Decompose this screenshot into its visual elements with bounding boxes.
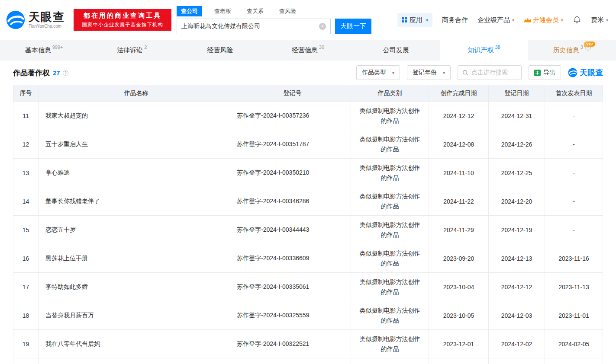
table-cell: 苏作登字-2024-I-00351787 (234, 130, 351, 159)
column-header: 作品名称 (39, 85, 234, 102)
table-cell: 黑莲花上位手册 (39, 244, 234, 273)
apps-grid-icon (402, 17, 407, 22)
table-cell: 2024-12-12 (489, 273, 545, 301)
table-cell: - (545, 102, 603, 130)
table-cell: 2024-12-12 (429, 102, 489, 130)
chevron-down-icon: ▾ (606, 18, 608, 22)
table-cell: 类似摄制电影方法创作的作品 (351, 244, 429, 273)
menu-business-cooperation[interactable]: 商务合作 (442, 16, 468, 24)
nav-tab[interactable]: 公司发展 (352, 40, 440, 61)
nav-tab[interactable]: 基本信息999+ (0, 40, 88, 61)
excel-export-icon (534, 70, 541, 76)
table-cell: 苏作登字-2024-I-00350210 (234, 159, 351, 187)
clear-icon[interactable]: × (319, 23, 326, 30)
table-cell: 2024-12-25 (489, 159, 545, 187)
table-cell: 恋恋五十岁 (39, 216, 234, 244)
table-row: 15恋恋五十岁苏作登字-2024-I-00344443类似摄制电影方法创作的作品… (13, 216, 603, 244)
nav-tab[interactable]: 知识产权38 (440, 40, 528, 61)
table-cell: 苏作登字-2024-I-00357236 (234, 102, 351, 130)
tianyancha-watermark: 天眼查 (568, 67, 603, 78)
nav-tab-badge: 3 (581, 45, 583, 50)
table-cell: 2023-11-13 (545, 273, 603, 301)
table-search-input[interactable]: 点击进行搜索 (458, 65, 522, 80)
top-header: 天眼查 TianYanCha.com 都在用的商业查询工具 国家中小企业发展子基… (0, 0, 616, 40)
promo-banner: 都在用的商业查询工具 国家中小企业发展子基金旗下机构 (74, 9, 171, 31)
table-cell: 2024-12-02 (489, 330, 545, 358)
table-cell: 苏作登字-2024-I-00344443 (234, 216, 351, 244)
table-cell: - (545, 187, 603, 216)
table-cell: 2024-11-10 (429, 159, 489, 187)
table-cell: 五十岁重启人生 (39, 130, 234, 159)
section-count: 27 (53, 69, 60, 77)
tianyancha-logo[interactable]: 天眼查 TianYanCha.com (6, 10, 74, 29)
menu-enterprise-products[interactable]: 企业级产品 ▾ (477, 16, 514, 24)
nav-tab-label: 基本信息 (25, 46, 51, 54)
search-tabs: 查公司查老板查关系查风险 (177, 6, 371, 16)
table-controls: 作品类型 ▾ 登记年份 ▾ 点击进行搜索 导出 (356, 65, 603, 80)
chevron-down-icon: ▾ (426, 18, 428, 22)
help-icon[interactable]: ? (63, 70, 68, 76)
tianyancha-logo-icon (6, 10, 25, 29)
nav-tab[interactable]: 法律诉讼2 (88, 40, 176, 61)
nav-tab[interactable]: 经营风险 (176, 40, 264, 61)
filter-work-type[interactable]: 作品类型 ▾ (356, 65, 400, 80)
column-header: 首次发表日期 (545, 85, 603, 102)
company-search-input[interactable] (181, 23, 319, 30)
chevron-down-icon: ▾ (443, 70, 445, 75)
table-cell: 16 (13, 244, 39, 273)
apps-menu-button[interactable]: 应用 ▾ (397, 13, 432, 27)
search-tab[interactable]: 查关系 (243, 6, 267, 16)
table-cell: 2024-12-03 (489, 301, 545, 330)
nav-tabs: 基本信息999+法律诉讼2经营风险经营信息30公司发展知识产权38历史信息3?V… (0, 40, 616, 61)
search-button[interactable]: 天眼一下 (335, 19, 371, 34)
vip-badge: VIP (584, 42, 595, 47)
table-cell: - (545, 130, 603, 159)
chevron-down-icon: ▾ (392, 70, 394, 75)
table-cell: 2024-12-13 (489, 244, 545, 273)
nav-tab-label: 经营风险 (207, 46, 233, 54)
table-cell: 2024-11-29 (429, 216, 489, 244)
table-cell: 类似摄制电影方法创作的作品 (351, 216, 429, 244)
nav-tab[interactable]: 经营信息30 (264, 40, 352, 61)
table-cell: 19 (13, 330, 39, 358)
apps-menu-label: 应用 (410, 16, 422, 24)
search-tab[interactable]: 查公司 (177, 6, 202, 16)
filter-registration-year[interactable]: 登记年份 ▾ (407, 65, 451, 80)
table-cell: 类似摄制电影方法创作的作品 (351, 187, 429, 216)
chevron-down-icon: ▾ (561, 18, 563, 22)
brand-name: 天眼查 (29, 11, 65, 22)
search-tab[interactable]: 查风险 (276, 6, 300, 16)
table-cell: 2023-11-01 (545, 301, 603, 330)
table-cell: 苏作登字-2024-I-00335061 (234, 273, 351, 301)
nav-tab[interactable]: 历史信息3?VIP (528, 40, 616, 61)
table-cell: 13 (13, 159, 39, 187)
table-cell: - (545, 216, 603, 244)
nav-tab-label: 历史信息 (553, 46, 579, 54)
nav-tab-badge: 2 (144, 45, 147, 50)
user-menu[interactable]: 费米 ▾ (591, 16, 608, 24)
table-cell: 苏作登字-2024-I-00325559 (234, 301, 351, 330)
section-title: 作品著作权 (13, 68, 50, 78)
table-cell: 14 (13, 187, 39, 216)
table-cell: 掌心难逃 (39, 159, 234, 187)
user-name: 费米 (591, 16, 604, 24)
open-vip-button[interactable]: 开通会员 ▾ (524, 16, 563, 24)
table-cell: 2023-10-04 (429, 273, 489, 301)
top-right-menu: 应用 ▾ 商务合作 企业级产品 ▾ 开通会员 ▾ 费米 ▾ (397, 13, 608, 27)
tianyancha-logo-icon (568, 68, 577, 77)
search-area: 查公司查老板查关系查风险 × 天眼一下 (177, 6, 371, 34)
nav-tab-label: 法律诉讼 (117, 46, 143, 54)
nav-tab-label: 知识产权 (468, 46, 493, 54)
table-cell: 类似摄制电影方法创作的作品 (351, 330, 429, 358)
table-cell: 类似摄制电影方法创作的作品 (351, 273, 429, 301)
notification-bell-icon[interactable] (573, 16, 581, 24)
search-tab[interactable]: 查老板 (211, 6, 235, 16)
table-cell: 2024-12-26 (489, 130, 545, 159)
export-button[interactable]: 导出 (529, 65, 561, 80)
chevron-down-icon: ▾ (512, 18, 514, 22)
nav-tab-badge: 38 (495, 45, 500, 50)
table-row: 18当替身我月薪百万苏作登字-2024-I-00325559类似摄制电影方法创作… (13, 301, 603, 330)
search-icon (462, 70, 468, 76)
table-cell: - (545, 159, 603, 187)
table-cell: 类似摄制电影方法创作的作品 (351, 301, 429, 330)
